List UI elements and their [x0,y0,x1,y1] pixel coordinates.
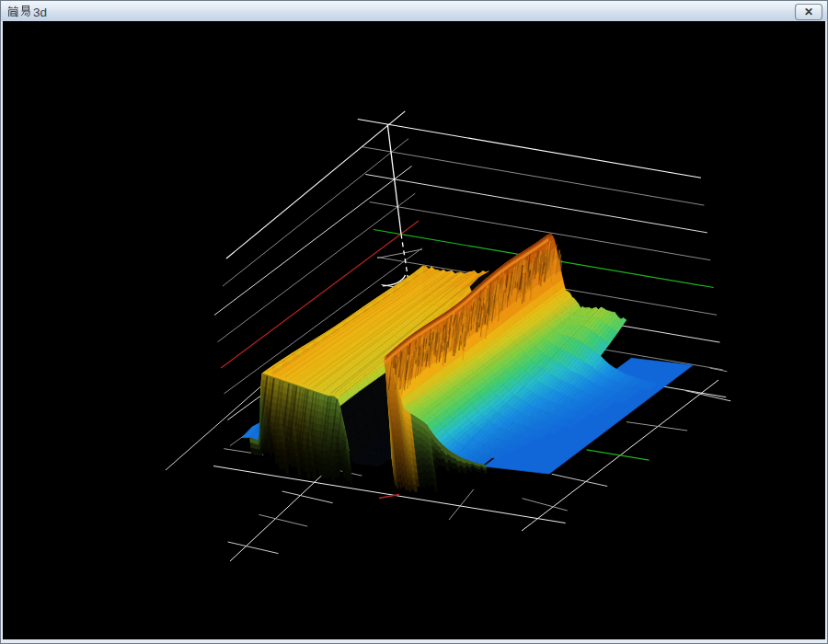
svg-text:3d: 3d [33,6,47,19]
svg-text:✕: ✕ [804,6,813,18]
